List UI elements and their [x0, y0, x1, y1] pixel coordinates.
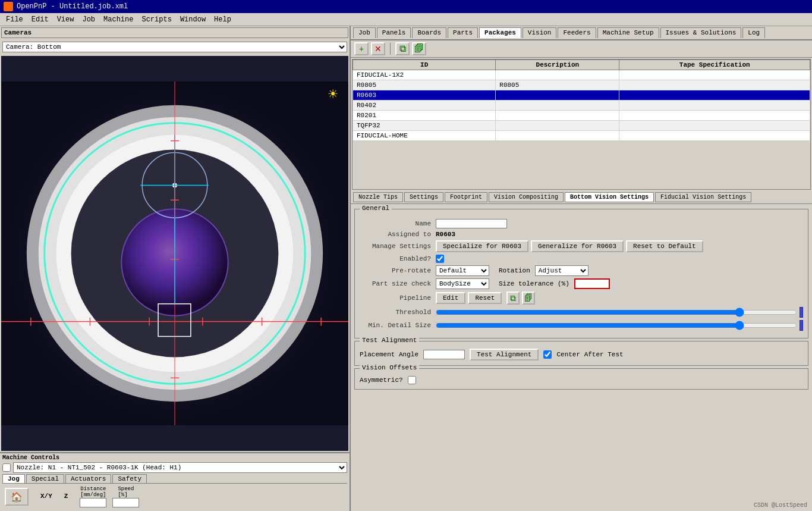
- tab-footprint[interactable]: Footprint: [445, 192, 487, 202]
- add-button[interactable]: +: [354, 42, 369, 55]
- col-desc: Description: [496, 60, 619, 70]
- assigned-row: Assigned to R0603: [360, 231, 803, 238]
- copy-button[interactable]: ⧉: [395, 42, 410, 55]
- tab-issues-solutions[interactable]: Issues & Solutions: [660, 27, 742, 38]
- placement-angle-input[interactable]: 0.000: [423, 350, 465, 359]
- manage-label: Manage Settings: [360, 243, 431, 250]
- tab-fiducial-vision[interactable]: Fiducial Vision Settings: [655, 192, 751, 202]
- top-tabs: Job Panels Boards Parts Packages Vision …: [351, 26, 812, 40]
- center-after-label: Center After Test: [556, 351, 623, 358]
- specialize-button[interactable]: Specialize for R0603: [436, 240, 528, 252]
- menu-view[interactable]: View: [53, 14, 78, 25]
- bottom-tabs: Jog Special Actuators Safety: [2, 474, 347, 484]
- menu-machine[interactable]: Machine: [100, 14, 137, 25]
- menu-window[interactable]: Window: [177, 14, 209, 25]
- asymmetric-label: Asymmetric?: [360, 377, 403, 384]
- tab-vision[interactable]: Vision: [523, 27, 557, 38]
- prerotate-select[interactable]: Default None Always: [436, 265, 489, 276]
- tab-safety[interactable]: Safety: [112, 474, 147, 483]
- pipeline-label: Pipeline: [360, 294, 431, 302]
- table-row[interactable]: R0201: [353, 111, 810, 121]
- table-row[interactable]: R0603: [353, 90, 810, 101]
- menu-edit[interactable]: Edit: [28, 14, 52, 25]
- camera-select[interactable]: Camera: Bottom: [2, 42, 347, 52]
- titlebar: OpenPnP - Untitled.job.xml: [0, 0, 812, 13]
- reset-pipeline-button[interactable]: Reset: [468, 292, 502, 304]
- edit-pipeline-button[interactable]: Edit: [436, 292, 465, 304]
- tab-jog[interactable]: Jog: [2, 474, 25, 483]
- copy-pipeline-button[interactable]: ⧉: [506, 291, 520, 305]
- cameras-label: Cameras: [1, 27, 348, 38]
- speed-input[interactable]: 100: [112, 498, 139, 507]
- tab-bottom-vision[interactable]: Bottom Vision Settings: [565, 192, 654, 202]
- tab-special[interactable]: Special: [26, 474, 64, 483]
- separator: [390, 43, 391, 55]
- general-group: General Name R0603 Assigned to R0603 Man…: [354, 209, 808, 338]
- nozzle-select[interactable]: Nozzle: N1 - NT1_502 - R0603-1K (Head: H…: [13, 462, 347, 473]
- min-detail-slider[interactable]: [436, 321, 797, 330]
- assigned-label: Assigned to: [360, 231, 431, 238]
- tab-parts[interactable]: Parts: [448, 27, 478, 38]
- jogging-panel: 🏠 X/Y Z Distance [mm/deg] 100 Speed [%] …: [2, 484, 347, 510]
- center-after-checkbox[interactable]: [543, 350, 552, 359]
- tolerance-label: Size tolerance (%): [499, 280, 569, 287]
- paste-pipeline-button[interactable]: 🗐: [522, 291, 535, 305]
- table-row[interactable]: TQFP32: [353, 121, 810, 131]
- svg-text:☀: ☀: [328, 86, 338, 104]
- generalize-button[interactable]: Generalize for R0603: [531, 240, 624, 252]
- menu-scripts[interactable]: Scripts: [138, 14, 175, 25]
- tab-settings[interactable]: Settings: [404, 192, 443, 202]
- min-detail-row: Min. Detail Size: [360, 320, 803, 331]
- table-row[interactable]: R0402: [353, 101, 810, 111]
- tab-nozzle-tips[interactable]: Nozzle Tips: [353, 192, 403, 202]
- threshold-row: Threshold: [360, 307, 803, 318]
- table-row[interactable]: FIDUCIAL-HOME: [353, 131, 810, 141]
- test-alignment-button[interactable]: Test Alignment: [470, 349, 539, 360]
- nozzle-checkbox[interactable]: [2, 463, 11, 472]
- vision-offsets-legend: Vision Offsets: [360, 364, 419, 371]
- threshold-slider[interactable]: [436, 308, 797, 317]
- camera-view: ☀: [1, 56, 348, 451]
- manage-settings-row: Manage Settings Specialize for R0603 Gen…: [360, 240, 803, 252]
- tab-log[interactable]: Log: [742, 27, 765, 38]
- col-tape: Tape Specification: [619, 60, 810, 70]
- tab-packages[interactable]: Packages: [479, 27, 521, 38]
- col-id: ID: [353, 60, 496, 70]
- tolerance-input[interactable]: 25: [574, 278, 610, 289]
- enabled-label: Enabled?: [360, 255, 431, 262]
- asymmetric-checkbox[interactable]: [408, 376, 416, 384]
- table-row[interactable]: R0805 R0805: [353, 80, 810, 90]
- machine-controls: Machine Controls Nozzle: N1 - NT1_502 - …: [0, 452, 350, 511]
- paste-button[interactable]: 🗐: [412, 42, 426, 55]
- mc-label: Machine Controls: [2, 454, 347, 461]
- test-alignment-group: Test Alignment Placement Angle 0.000 Tes…: [354, 341, 808, 366]
- general-legend: General: [360, 205, 392, 212]
- tab-machine-setup[interactable]: Machine Setup: [597, 27, 659, 38]
- threshold-indicator: [800, 307, 803, 318]
- menu-file[interactable]: File: [2, 14, 27, 25]
- partsize-select[interactable]: BodySize None Pad: [436, 278, 489, 289]
- tab-feeders[interactable]: Feeders: [558, 27, 596, 38]
- tab-vision-compositing[interactable]: Vision Compositing: [489, 192, 564, 202]
- detail-panel: General Name R0603 Assigned to R0603 Man…: [351, 204, 812, 511]
- tab-actuators[interactable]: Actuators: [65, 474, 111, 483]
- enabled-checkbox[interactable]: [436, 255, 444, 263]
- reset-default-button[interactable]: Reset to Default: [626, 240, 703, 252]
- pipeline-row: Pipeline Edit Reset ⧉ 🗐: [360, 291, 803, 305]
- tab-job[interactable]: Job: [353, 27, 376, 38]
- tab-boards[interactable]: Boards: [412, 27, 446, 38]
- rotation-select[interactable]: Adjust None: [535, 265, 588, 276]
- name-input[interactable]: R0603: [436, 219, 507, 228]
- packages-table: ID Description Tape Specification FIDUCI…: [352, 59, 811, 190]
- speed-label: Speed [%]: [118, 486, 134, 498]
- menu-help[interactable]: Help: [210, 14, 235, 25]
- test-align-legend: Test Alignment: [360, 337, 419, 344]
- table-row[interactable]: FIDUCIAL-1X2: [353, 70, 810, 80]
- tab-panels[interactable]: Panels: [377, 27, 411, 38]
- remove-button[interactable]: ✕: [371, 42, 385, 55]
- distance-input[interactable]: 100: [80, 498, 106, 507]
- threshold-label: Threshold: [360, 309, 431, 316]
- home-button[interactable]: 🏠: [5, 488, 29, 506]
- min-detail-indicator: [800, 320, 803, 331]
- menu-job[interactable]: Job: [78, 14, 99, 25]
